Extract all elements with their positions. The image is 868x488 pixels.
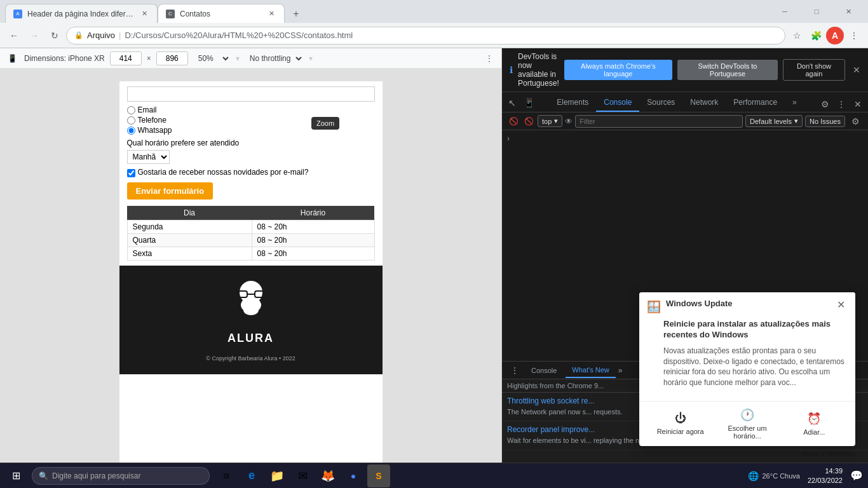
win-update-snooze[interactable]: ⏰ Adiar... (781, 409, 848, 438)
scope-chevron: ▾ (554, 117, 558, 125)
taskbar-icons: ⧉ e 📁 ✉ 🦊 ● S (215, 464, 390, 487)
throttle-select[interactable]: No throttling (245, 53, 304, 64)
alura-logo-svg (226, 278, 276, 329)
more-options-btn[interactable]: ⋮ (834, 97, 849, 112)
address-bar[interactable]: 🔒 Arquivo | D:/Cursos/Curso%20Alura/HTML… (66, 27, 785, 44)
notification-center-icon[interactable]: 💬 (850, 470, 863, 482)
close-devtools-btn[interactable]: ✕ (850, 97, 865, 112)
table-row: Segunda 08 ~ 20h (127, 220, 374, 234)
profile-button[interactable]: A (826, 27, 844, 44)
chrome-icon[interactable]: ● (342, 464, 365, 487)
window-controls: ─ □ ✕ (770, 1, 863, 22)
tab-1[interactable]: A Header da página Index difere d... ✕ (5, 4, 158, 23)
tab-2[interactable]: C Contatos ✕ (158, 4, 285, 23)
radio-email[interactable]: Email (127, 105, 375, 114)
day-1: Quarta (127, 234, 252, 247)
table-row: Quarta 08 ~ 20h (127, 234, 374, 247)
tray-time[interactable]: 14:39 22/03/2022 (804, 465, 846, 486)
dont-show-button[interactable]: Don't show again (783, 59, 845, 81)
bookmark-button[interactable]: ☆ (788, 27, 806, 44)
inspect-icon-btn[interactable]: ↖ (505, 95, 520, 111)
device-label: Dimensions: iPhone XR (24, 54, 105, 63)
notification-close[interactable]: ✕ (853, 65, 860, 75)
weather-text: 26°C Chuva (763, 472, 800, 480)
form-text-input[interactable] (127, 86, 375, 102)
start-button[interactable]: ⊞ (0, 463, 32, 489)
no-issues-badge[interactable]: No Issues (805, 116, 845, 127)
edge-icon[interactable]: e (240, 464, 263, 487)
console-settings-btn[interactable]: ⚙ (848, 114, 863, 129)
notification-icon: ℹ (510, 65, 513, 75)
firefox-icon[interactable]: 🦊 (316, 464, 339, 487)
close-button[interactable]: ✕ (834, 1, 863, 22)
bottom-tab-more[interactable]: » (618, 366, 623, 375)
address-path: D:/Cursos/Curso%20Alura/HTML%20+%20CSS/c… (125, 30, 353, 40)
sublime-icon[interactable]: S (367, 464, 390, 487)
browser-viewport: 📱 Dimensions: iPhone XR × 50% 75% 100% ▾… (0, 48, 502, 488)
snooze-label: Adiar... (803, 428, 825, 436)
explorer-icon[interactable]: 📁 (266, 464, 288, 487)
tab-1-close[interactable]: ✕ (139, 9, 149, 19)
default-levels-select[interactable]: Default levels ▾ (745, 115, 803, 127)
bottom-tab-whatsnew[interactable]: What's New (566, 363, 615, 378)
alura-logo-container: ALURA (132, 278, 370, 349)
new-tab-button[interactable]: + (287, 5, 305, 23)
search-icon: 🔍 (39, 471, 48, 480)
mail-icon[interactable]: ✉ (291, 464, 314, 487)
device-more-btn[interactable]: ⋮ (482, 51, 496, 65)
menu-button[interactable]: ⋮ (845, 27, 863, 44)
maximize-button[interactable]: □ (802, 1, 831, 22)
task-view-icon[interactable]: ⧉ (215, 464, 238, 487)
reload-button[interactable]: ↻ (46, 27, 64, 44)
devtools-tabs: ↖ 📱 Elements Console Sources (502, 92, 868, 112)
win-update-schedule[interactable]: 🕐 Escolher um horário... (714, 405, 780, 442)
settings-icon-btn[interactable]: ⚙ (817, 97, 832, 112)
nav-actions: ☆ 🧩 A ⋮ (788, 27, 863, 44)
newsletter-checkbox[interactable] (127, 169, 135, 177)
throttle-separator: ▾ (309, 54, 313, 63)
tab-2-favicon: C (166, 10, 175, 18)
block-requests-btn[interactable]: 🚫 (522, 115, 535, 128)
windows-update-popup: 🪟 Windows Update ✕ Reinicie para instala… (639, 292, 855, 446)
clear-console-btn[interactable]: 🚫 (507, 115, 520, 128)
address-protocol: Arquivo (87, 30, 115, 40)
tab-console[interactable]: Console (596, 94, 639, 112)
console-scope-selector[interactable]: top ▾ (538, 115, 562, 127)
eye-icon[interactable]: 👁 (565, 117, 573, 126)
tab-sources[interactable]: Sources (639, 94, 682, 112)
width-input[interactable] (110, 51, 142, 65)
hour-0: 08 ~ 20h (252, 220, 374, 234)
tab-more[interactable]: » (785, 94, 804, 112)
switch-portuguese-button[interactable]: Switch DevTools to Portuguese (677, 60, 778, 80)
footer-section: ALURA © Copyright Barbearia Alura • 2022 (119, 266, 383, 374)
bottom-tab-console[interactable]: Console (525, 363, 563, 378)
tab-elements[interactable]: Elements (549, 94, 596, 112)
forward-button[interactable]: → (25, 27, 43, 44)
tab-2-close[interactable]: ✕ (266, 9, 276, 19)
back-button[interactable]: ← (5, 27, 23, 44)
tab-performance[interactable]: Performance (726, 94, 785, 112)
height-input[interactable] (156, 51, 188, 65)
filter-input[interactable] (575, 115, 743, 128)
tab-1-title: Header da página Index difere d... (27, 10, 134, 18)
win-update-close[interactable]: ✕ (834, 299, 848, 311)
tab-1-favicon: A (13, 10, 22, 18)
bottom-more-options[interactable]: ⋮ (507, 363, 522, 378)
win-update-icon: 🪟 (647, 300, 661, 314)
zoom-select[interactable]: 50% 75% 100% (193, 53, 231, 64)
match-language-button[interactable]: Always match Chrome's language (564, 60, 672, 80)
device-icon-btn[interactable]: 📱 (521, 95, 536, 111)
submit-button[interactable]: Enviar formulário (127, 182, 214, 200)
network-tray-icon[interactable]: 🌐 (748, 471, 759, 481)
device-mode-btn[interactable]: 📱 (5, 51, 19, 65)
tab-network[interactable]: Network (682, 94, 726, 112)
time-select[interactable]: Manhã (127, 150, 170, 164)
minimize-button[interactable]: ─ (770, 1, 799, 22)
win-update-restart-now[interactable]: ⏻ Reiniciar agora (647, 409, 714, 438)
extensions-button[interactable]: 🧩 (807, 27, 825, 44)
checkbox-label: Gostaria de receber nossas novidades por… (138, 168, 309, 177)
mobile-frame: Email Telefone Whatsapp Qual horár (119, 81, 383, 475)
table-row: Sexta 08 ~ 20h (127, 247, 374, 261)
notification-text: DevTools is now available in Portuguese! (518, 52, 559, 88)
taskbar-search[interactable]: 🔍 Digite aqui para pesquisar (32, 467, 210, 485)
